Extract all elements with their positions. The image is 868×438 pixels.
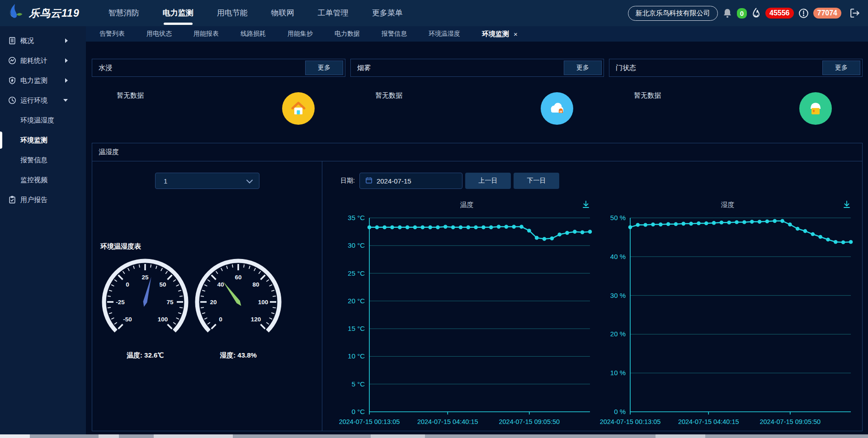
warning-icon[interactable] [798, 8, 809, 19]
panel-title: 门状态 [616, 64, 636, 72]
empty-data-text: 暂无数据 [634, 91, 661, 100]
temp-humidity-panel: 温湿度 1 环境温湿度表 -50-250255075100温度: 32.6℃02… [92, 143, 863, 431]
more-button[interactable]: 更多 [822, 61, 860, 75]
sidebar-item-监控视频[interactable]: 监控视频 [0, 170, 86, 190]
svg-text:50: 50 [159, 281, 166, 288]
gauge-section: 1 环境温湿度表 -50-250255075100温度: 32.6℃020406… [92, 161, 322, 431]
nav-item-更多菜单[interactable]: 更多菜单 [372, 0, 403, 26]
tab-label: 告警列表 [99, 30, 125, 38]
fire-icon[interactable] [751, 7, 761, 19]
bell-icon[interactable] [722, 8, 733, 19]
tab-环境温湿度[interactable]: 环境温湿度 [429, 30, 460, 38]
svg-text:60: 60 [235, 274, 241, 281]
nav-item-用电节能[interactable]: 用电节能 [217, 0, 248, 26]
gauge-value-label: 湿度: 43.8% [192, 351, 285, 360]
nav-item-物联网[interactable]: 物联网 [271, 0, 294, 26]
sidebar-item-报警信息[interactable]: 报警信息 [0, 150, 86, 170]
date-picker[interactable]: 2024-07-15 [359, 173, 462, 189]
chevron-down-icon [246, 177, 253, 185]
sidebar: 概况能耗统计电力监测运行环境环境温湿度环境监测报警信息监控视频用户报告 [0, 26, 86, 434]
nav-item-智慧消防[interactable]: 智慧消防 [108, 0, 139, 26]
close-tab-icon[interactable]: × [514, 30, 518, 38]
device-select[interactable]: 1 [155, 173, 259, 189]
svg-text:20: 20 [210, 299, 217, 306]
svg-text:2024-07-15 09:05:50: 2024-07-15 09:05:50 [499, 418, 560, 425]
svg-text:0 %: 0 % [614, 408, 626, 415]
main-nav: 智慧消防电力监测用电节能物联网工单管理更多菜单 [108, 0, 403, 26]
panel-水浸: 水浸更多暂无数据 [92, 59, 345, 140]
chevron-right-icon [65, 78, 68, 83]
date-label: 日期: [340, 177, 355, 185]
svg-text:-50: -50 [123, 316, 132, 323]
logout-icon[interactable] [849, 7, 861, 19]
panel-header: 烟雾更多 [350, 59, 604, 77]
sidebar-item-label: 报警信息 [20, 156, 47, 165]
device-select-value: 1 [164, 177, 167, 185]
energy-stats-icon [8, 57, 16, 65]
sidebar-item-label: 监控视频 [20, 176, 47, 184]
horizontal-scrollbar[interactable] [0, 434, 868, 438]
svg-text:0: 0 [126, 281, 129, 288]
svg-text:-25: -25 [116, 299, 125, 306]
smoke-cloud-icon [541, 92, 573, 125]
sidebar-item-概况[interactable]: 概况 [0, 31, 86, 51]
tab-label: 线路损耗 [241, 30, 266, 38]
calendar-icon [365, 177, 373, 185]
tab-用电状态[interactable]: 用电状态 [146, 30, 172, 38]
charts-row: 温度35 °C30 °C25 °C20 °C15 °C10 °C5 °C0 °C… [340, 201, 854, 429]
panel-title: 水浸 [99, 64, 112, 72]
next-day-button[interactable]: 下一日 [514, 173, 559, 189]
sidebar-item-电力监测[interactable]: 电力监测 [0, 71, 86, 90]
nav-item-工单管理[interactable]: 工单管理 [318, 0, 349, 26]
svg-text:25: 25 [142, 274, 149, 281]
chart-湿度: 湿度50 %40 %30 %20 %10 %0 %2024-07-15 00:1… [601, 201, 854, 429]
svg-text:20 °C: 20 °C [348, 297, 365, 305]
runtime-env-icon [8, 96, 16, 104]
water-house-icon [282, 92, 315, 125]
company-name[interactable]: 新北京乐鸟科技有限公司 [628, 6, 718, 21]
tab-线路损耗[interactable]: 线路损耗 [241, 30, 266, 38]
tab-label: 电力数据 [335, 30, 360, 38]
tab-环境监测[interactable]: 环境监测× [482, 30, 518, 38]
sidebar-item-环境温湿度[interactable]: 环境温湿度 [0, 110, 86, 130]
navbar-right: 新北京乐鸟科技有限公司 0 45556 77074 [628, 6, 861, 21]
svg-text:5 °C: 5 °C [352, 380, 365, 388]
tab-label: 报警信息 [382, 30, 407, 38]
svg-text:30 %: 30 % [610, 292, 626, 299]
svg-text:0 °C: 0 °C [352, 408, 365, 415]
sidebar-item-label: 环境温湿度 [20, 116, 54, 125]
svg-text:2024-07-15 00:13:05: 2024-07-15 00:13:05 [339, 418, 400, 425]
tab-用能报表[interactable]: 用能报表 [193, 30, 219, 38]
chevron-down-icon [63, 99, 68, 102]
svg-text:120: 120 [251, 316, 261, 323]
svg-text:20 %: 20 % [610, 330, 626, 338]
download-icon[interactable] [842, 200, 851, 211]
tab-label: 用能集抄 [288, 30, 313, 38]
sidebar-item-环境监测[interactable]: 环境监测 [0, 130, 86, 150]
tab-用能集抄[interactable]: 用能集抄 [288, 30, 313, 38]
svg-text:30 °C: 30 °C [348, 241, 365, 249]
sidebar-item-用户报告[interactable]: 用户报告 [0, 190, 86, 210]
sidebar-item-运行环境[interactable]: 运行环境 [0, 90, 86, 110]
prev-day-button[interactable]: 上一日 [465, 173, 511, 189]
brand-title: 乐鸟云119 [29, 6, 80, 20]
tab-告警列表[interactable]: 告警列表 [99, 30, 125, 38]
user-report-icon [8, 196, 16, 204]
more-button[interactable]: 更多 [564, 61, 602, 75]
panel-烟雾: 烟雾更多暂无数据 [350, 59, 604, 140]
sidebar-item-能耗统计[interactable]: 能耗统计 [0, 51, 86, 71]
more-button[interactable]: 更多 [305, 61, 343, 75]
svg-text:100: 100 [158, 316, 168, 323]
svg-text:2024-07-15 04:40:15: 2024-07-15 04:40:15 [417, 418, 478, 425]
brand: 乐鸟云119 [6, 2, 80, 24]
tab-电力数据[interactable]: 电力数据 [335, 30, 360, 38]
top-navbar: 乐鸟云119 智慧消防电力监测用电节能物联网工单管理更多菜单 新北京乐鸟科技有限… [0, 0, 868, 26]
sidebar-item-label: 运行环境 [20, 96, 47, 105]
sidebar-item-label: 环境监测 [20, 136, 47, 145]
download-icon[interactable] [581, 200, 590, 211]
sidebar-item-label: 用户报告 [20, 196, 47, 204]
svg-text:100: 100 [258, 299, 269, 306]
gauge-value-label: 温度: 32.6℃ [99, 351, 192, 360]
tab-报警信息[interactable]: 报警信息 [382, 30, 407, 38]
nav-item-电力监测[interactable]: 电力监测 [163, 0, 193, 26]
